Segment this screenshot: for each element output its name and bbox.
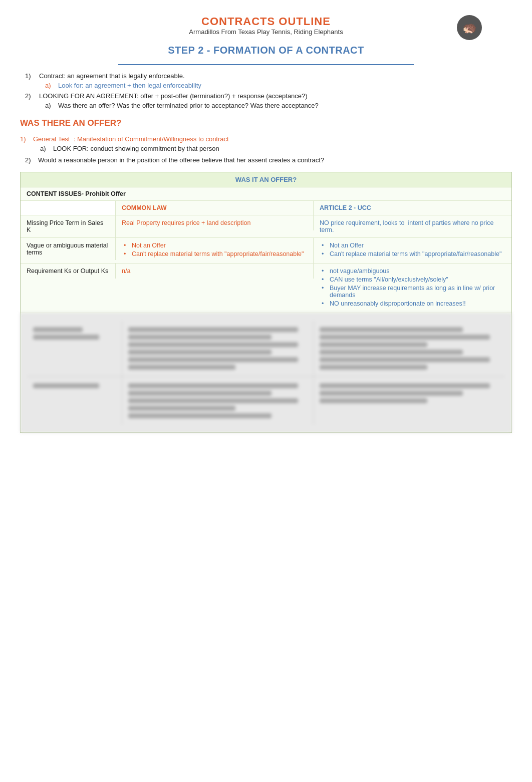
intro-subitem-2a: a) Was there an offer? Was the offer ter… xyxy=(45,102,512,109)
blurred-cell-5 xyxy=(122,377,314,425)
intro-item-2-text: LOOKING FOR AN AGREEMENT: offer + post-o… xyxy=(39,92,308,100)
row2-ucc-list: Not an Offer Can't replace material term… xyxy=(320,242,505,257)
row3-common-law: n/a xyxy=(116,264,314,279)
row2-label: Vague or ambiguous material terms xyxy=(21,238,116,260)
blurred-cell-2 xyxy=(122,321,314,376)
blurred-cell-6 xyxy=(314,377,505,425)
col-header-ucc: ARTICLE 2 - UCC xyxy=(314,201,511,215)
table-row-3: Requirement Ks or Output Ks n/a not vagu… xyxy=(21,264,511,313)
table-subheader: CONTENT ISSUES- Prohibit Offer xyxy=(21,187,511,201)
row2-cl-item-2: Can't replace material terms with "appro… xyxy=(124,250,307,257)
intro-subitem-2a-letter: a) xyxy=(45,102,56,109)
intro-subitem-1a-text: Look for: an agreement + then legal enfo… xyxy=(58,82,201,89)
step2-title: STEP 2 - FORMATION OF A CONTRACT xyxy=(20,45,512,56)
offer-item-2-num: 2) xyxy=(25,156,36,164)
row2-cl-item-1: Not an Offer xyxy=(124,242,307,249)
row1-ucc: NO price requirement, looks to intent of… xyxy=(314,215,511,237)
general-test-row: 1) General Test : Manifestation of Commi… xyxy=(20,135,512,143)
intro-subitem-1a: a) Look for: an agreement + then legal e… xyxy=(45,82,512,89)
row2-ucc: Not an Offer Can't replace material term… xyxy=(314,238,511,263)
intro-item-1-text: Contract: an agreement that is legally e… xyxy=(39,72,185,80)
intro-item-1-num: 1) xyxy=(25,72,36,80)
row2-ucc-item-2: Can't replace material terms with "appro… xyxy=(322,250,505,257)
intro-item-2: 2) LOOKING FOR AN AGREEMENT: offer + pos… xyxy=(25,92,512,100)
table-row-1: Missing Price Term in Sales K Real Prope… xyxy=(21,215,511,238)
table-header: WAS IT AN OFFER? xyxy=(21,172,511,187)
col-header-label xyxy=(21,201,116,215)
blurred-content xyxy=(21,313,511,432)
row3-ucc-item-4: NO unreasonably disproportionate on incr… xyxy=(322,300,505,307)
blurred-row-2 xyxy=(27,377,505,425)
row3-ucc: not vague/ambiguous CAN use terms "All/o… xyxy=(314,264,511,313)
offer-table: WAS IT AN OFFER? CONTENT ISSUES- Prohibi… xyxy=(20,172,512,433)
section-divider xyxy=(118,64,413,65)
offer-section-heading: WAS THERE AN OFFER? xyxy=(20,118,512,128)
row2-ucc-item-1: Not an Offer xyxy=(322,242,505,249)
intro-list: 1) Contract: an agreement that is legall… xyxy=(25,72,512,109)
row2-cl-list: Not an Offer Can't replace material term… xyxy=(122,242,307,257)
general-test-num: 1) xyxy=(20,135,31,143)
row3-ucc-list: not vague/ambiguous CAN use terms "All/o… xyxy=(320,268,505,307)
blurred-cell-4 xyxy=(27,377,122,425)
table-col-headers: COMMON LAW ARTICLE 2 - UCC xyxy=(21,201,511,215)
page-title: CONTRACTS OUTLINE xyxy=(20,15,512,28)
offer-item-2-text: Would a reasonable person in the positio… xyxy=(38,156,324,164)
general-test-label: General Test : Manifestation of Commitme… xyxy=(33,135,229,143)
col-header-common-law: COMMON LAW xyxy=(116,201,314,215)
blurred-row-1 xyxy=(27,321,505,377)
page-subtitle: Armadillos From Texas Play Tennis, Ridin… xyxy=(20,28,512,36)
table-row-2: Vague or ambiguous material terms Not an… xyxy=(21,238,511,264)
row1-common-law: Real Property requires price + land desc… xyxy=(116,215,314,230)
row1-label: Missing Price Term in Sales K xyxy=(21,215,116,237)
row3-ucc-item-3: Buyer MAY increase requirements as long … xyxy=(322,285,505,299)
general-test-subitem-letter: a) xyxy=(40,145,51,152)
row2-common-law: Not an Offer Can't replace material term… xyxy=(116,238,314,263)
general-test-section: 1) General Test : Manifestation of Commi… xyxy=(20,135,512,152)
general-test-subitem: a) LOOK FOR: conduct showing commitment … xyxy=(40,145,512,152)
blurred-cell-3 xyxy=(314,321,505,376)
offer-item-2: 2) Would a reasonable person in the posi… xyxy=(25,156,512,164)
intro-item-1: 1) Contract: an agreement that is legall… xyxy=(25,72,512,80)
header-image: 🦔 xyxy=(457,15,482,40)
intro-subitem-2a-text: Was there an offer? Was the offer termin… xyxy=(58,102,319,109)
row3-cl-na: n/a xyxy=(122,268,130,275)
row3-ucc-item-1: not vague/ambiguous xyxy=(322,268,505,275)
row3-label: Requirement Ks or Output Ks xyxy=(21,264,116,279)
general-test-subitem-text: LOOK FOR: conduct showing commitment by … xyxy=(53,145,219,152)
row3-ucc-item-2: CAN use terms "All/only/exclusively/sole… xyxy=(322,276,505,283)
intro-subitem-1a-letter: a) xyxy=(45,82,56,89)
blurred-cell-1 xyxy=(27,321,122,376)
page-header: CONTRACTS OUTLINE Armadillos From Texas … xyxy=(20,15,512,36)
intro-item-2-num: 2) xyxy=(25,92,36,100)
